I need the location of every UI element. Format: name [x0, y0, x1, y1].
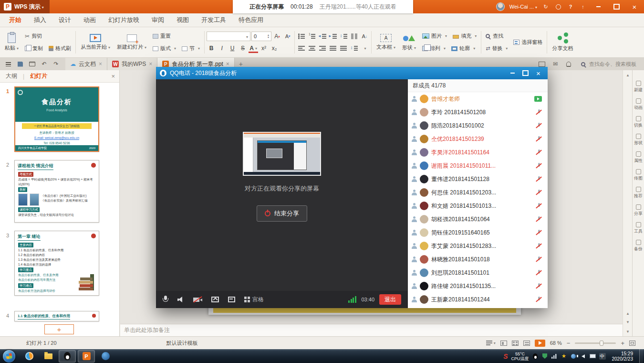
camera-off-button[interactable]: [193, 297, 202, 303]
scroll-up-icon[interactable]: [623, 71, 633, 79]
justify-button[interactable]: [328, 43, 338, 53]
normal-view-button[interactable]: [500, 341, 507, 346]
account-avatar[interactable]: [496, 2, 505, 11]
member-row[interactable]: 李艾蒙 2018141501283...: [408, 239, 548, 253]
add-slide-button[interactable]: [44, 324, 74, 334]
share-screen-button[interactable]: [211, 297, 219, 302]
subscript-button[interactable]: x₂: [270, 43, 279, 53]
qq-maximize-button[interactable]: [519, 69, 532, 78]
bullets-button[interactable]: [297, 32, 306, 41]
status-menu-button[interactable]: [486, 341, 496, 345]
qq-minimize-button[interactable]: [506, 69, 519, 78]
scroll-down-icon[interactable]: [623, 328, 633, 335]
rail-item-upload[interactable]: 传图: [634, 169, 643, 182]
slide-thumbnail-1[interactable]: 食品分析 Food Analysis 一把打开食品品质与安全之门的钥匙 主讲教师…: [14, 86, 99, 152]
columns-button[interactable]: [349, 32, 359, 41]
reading-view-button[interactable]: [523, 341, 530, 346]
font-name-combo[interactable]: [207, 32, 250, 41]
zoom-slider-handle[interactable]: [600, 341, 603, 346]
cut-button[interactable]: 剪切: [22, 31, 73, 41]
menu-icon[interactable]: [5, 61, 12, 68]
qq-tray-icon[interactable]: [532, 353, 539, 359]
feedback-icon[interactable]: [579, 3, 587, 11]
member-row[interactable]: 仝优2018141501239: [408, 132, 548, 146]
shapes-button[interactable]: 形状: [399, 33, 419, 52]
paragraph-more-button[interactable]: [360, 43, 369, 53]
textbox-button[interactable]: 文本框: [374, 33, 398, 52]
rail-item-share[interactable]: 分享: [634, 204, 643, 217]
end-share-button[interactable]: 结束分享: [257, 205, 307, 222]
tab-home[interactable]: 开始: [3, 13, 28, 27]
decrease-indent-button[interactable]: [318, 32, 327, 41]
sogou-tray-icon[interactable]: S: [503, 352, 508, 360]
tab-review[interactable]: 审阅: [145, 13, 170, 27]
rail-item-transition[interactable]: 切换: [634, 116, 643, 128]
command-search-input[interactable]: 查找命令、搜索模板: [578, 59, 639, 69]
shrink-font-button[interactable]: [283, 32, 292, 41]
italic-button[interactable]: I: [217, 43, 227, 53]
rail-item-shape[interactable]: 形状: [634, 134, 643, 146]
share-document-button[interactable]: 分享文档: [549, 32, 576, 53]
rail-item-backup[interactable]: 备份: [634, 240, 643, 252]
zoom-out-button[interactable]: [567, 340, 571, 347]
zoom-slider[interactable]: [575, 342, 616, 344]
member-row[interactable]: 谢雨晨 2018141501011...: [408, 159, 548, 172]
previous-slide-icon[interactable]: [623, 310, 633, 317]
tab-slides[interactable]: 幻灯片: [24, 72, 53, 80]
start-button[interactable]: [3, 350, 15, 363]
strikethrough-button[interactable]: S: [238, 43, 248, 53]
tab-design[interactable]: 设计: [52, 13, 77, 27]
member-row[interactable]: 董伟进2018141501128: [408, 172, 548, 186]
sync-icon[interactable]: [542, 3, 550, 11]
fit-to-window-button[interactable]: [629, 341, 635, 346]
new-slide-button[interactable]: 新建幻灯片: [114, 33, 149, 52]
redo-icon[interactable]: [52, 61, 60, 68]
design-template-label[interactable]: 默认设计模板: [166, 340, 198, 347]
member-row[interactable]: 李昊洋2018141501164: [408, 146, 548, 159]
network-signal-icon[interactable]: [551, 353, 558, 359]
member-row[interactable]: 刘思琪2018141501101: [408, 266, 548, 279]
taskbar-item-explorer[interactable]: [40, 350, 57, 363]
member-row[interactable]: 林晓雅2018141501018: [408, 253, 548, 266]
grow-font-button[interactable]: [272, 32, 282, 41]
distribute-button[interactable]: [339, 43, 348, 53]
align-right-button[interactable]: [318, 43, 327, 53]
whiteboard-button[interactable]: [228, 297, 235, 302]
rail-item-properties[interactable]: 属性: [634, 151, 643, 164]
numbering-button[interactable]: [307, 32, 317, 41]
notification-icon[interactable]: [565, 61, 572, 67]
doc-tab-mywps[interactable]: W 我的WPS: [107, 58, 157, 70]
tab-slideshow[interactable]: 幻灯片放映: [102, 13, 145, 27]
paste-button[interactable]: 粘贴: [2, 32, 21, 53]
align-left-button[interactable]: [297, 43, 306, 53]
taskbar-item-wps[interactable]: P: [78, 350, 95, 363]
slide-thumbnail-2[interactable]: 课程相关 情况介绍 考核方式 总成绩 = 平时成绩(考勤20% + 课堂表现20…: [14, 160, 99, 223]
zoom-in-button[interactable]: [621, 340, 624, 347]
tab-developer[interactable]: 开发工具: [195, 13, 232, 27]
tab-view[interactable]: 视图: [170, 13, 195, 27]
message-icon[interactable]: [551, 61, 559, 67]
arrange-button[interactable]: 排列: [420, 43, 448, 53]
rail-item-tools[interactable]: 工具: [634, 222, 643, 235]
underline-button[interactable]: U: [228, 43, 237, 53]
member-row[interactable]: 和文婧 2018141501013...: [408, 199, 548, 213]
theme-icon[interactable]: [554, 3, 562, 11]
fill-button[interactable]: 填充: [450, 31, 479, 41]
slide-thumbnail-3[interactable]: 第一章 绪论 主要内容 1.1 食品分析的性质、任务和作用 1.2 食品分析的内…: [14, 231, 99, 296]
show-desktop-button[interactable]: [639, 349, 643, 363]
close-tab-icon[interactable]: [226, 61, 229, 67]
rail-item-new[interactable]: 新建: [634, 81, 643, 93]
taskbar-item-browser[interactable]: [21, 350, 38, 363]
security-tray-icon[interactable]: [542, 353, 548, 359]
maximize-button[interactable]: [610, 2, 623, 11]
selection-pane-button[interactable]: 选择窗格: [511, 37, 545, 47]
copy-button[interactable]: 复制: [22, 43, 45, 53]
save-icon[interactable]: [17, 61, 24, 68]
play-slideshow-button[interactable]: [535, 340, 545, 347]
find-button[interactable]: 查找: [483, 31, 510, 41]
slide-sorter-button[interactable]: [512, 341, 519, 346]
line-spacing-button[interactable]: [339, 32, 348, 41]
update-tray-icon[interactable]: [571, 353, 577, 359]
qq-close-button[interactable]: [532, 69, 545, 78]
close-tab-icon[interactable]: [149, 61, 152, 67]
